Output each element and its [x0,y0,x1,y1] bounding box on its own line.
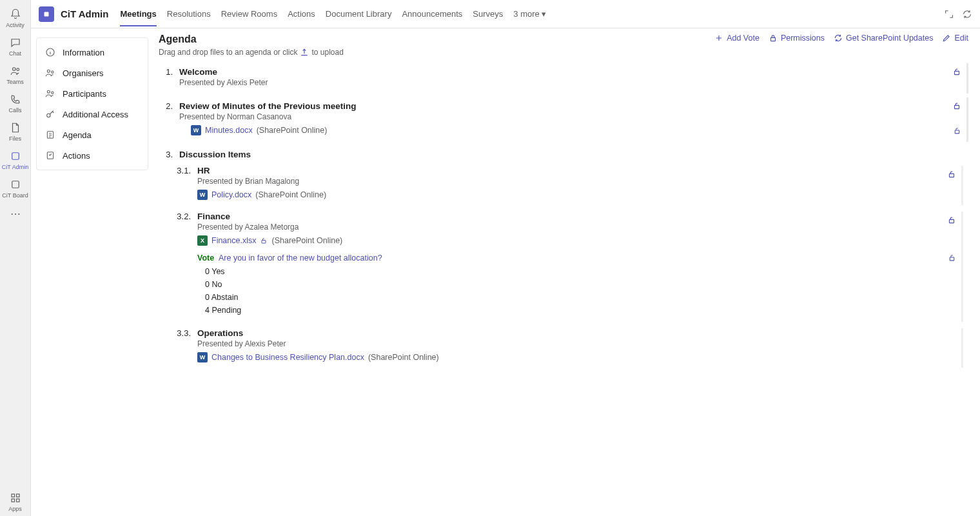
svg-point-13 [52,92,54,94]
tab-meetings[interactable]: Meetings [120,1,156,26]
vote-question[interactable]: Are you in favor of the new budget alloc… [219,253,382,263]
word-icon: W [197,352,208,362]
unlock-icon[interactable] [953,126,961,135]
file-name: Changes to Business Resiliency Plan.docx [211,353,364,362]
phone-icon [9,93,22,106]
rail-label: Activity [6,22,24,28]
tab-surveys[interactable]: Surveys [473,1,503,26]
svg-rect-8 [44,12,49,16]
svg-rect-19 [955,105,959,108]
file-source: (SharePoint Online) [368,353,439,362]
topbar: CiT Admin Meetings Resolutions Review Ro… [31,0,980,28]
rail-cit-board[interactable]: CiT Board [0,174,31,203]
side-label: Participants [63,89,106,99]
item-number: 3.3. [170,328,191,338]
permissions-button[interactable]: Permissions [769,34,825,43]
vote-label: Vote [197,253,214,263]
app-icon [9,150,22,163]
rail-apps[interactable]: Apps [0,488,31,516]
add-vote-button[interactable]: Add Vote [714,34,760,43]
file-icon [9,121,22,134]
item-presenter: Presented by Alexis Peter [179,78,961,87]
unlock-icon[interactable] [948,253,956,262]
rail-chat[interactable]: Chat [0,32,31,61]
word-icon: W [191,125,201,135]
file-source: (SharePoint Online) [255,190,326,199]
rail-activity[interactable]: Activity [0,4,31,32]
item-title: Discussion Items [179,150,251,159]
action-label: Add Vote [727,34,760,43]
file-attachment[interactable]: X Finance.xlsx (SharePoint Online) [197,235,956,246]
rail-files[interactable]: Files [0,117,31,146]
tab-document-library[interactable]: Document Library [326,1,392,26]
side-additional-access[interactable]: Additional Access [37,104,148,124]
unlock-icon[interactable] [947,215,956,224]
rail-cit-admin[interactable]: CiT Admin [0,146,31,174]
tab-review-rooms[interactable]: Review Rooms [221,1,277,26]
rail-more[interactable]: ⋯ [10,203,21,225]
side-label: Organisers [63,68,104,78]
unlock-icon[interactable] [952,67,961,76]
svg-rect-18 [955,71,959,74]
edit-button[interactable]: Edit [942,34,968,43]
tab-announcements[interactable]: Announcements [402,1,462,26]
tab-actions[interactable]: Actions [288,1,315,26]
side-label: Additional Access [63,110,128,119]
key-icon [44,109,56,119]
side-label: Agenda [63,130,92,140]
svg-rect-2 [12,153,19,160]
info-icon [44,47,56,57]
more-label: 3 more [513,9,539,19]
tab-more[interactable]: 3 more ▾ [513,1,546,26]
item-presenter: Presented by Azalea Metorga [197,223,956,232]
file-name: Policy.docx [211,190,251,199]
file-name: Finance.xlsx [211,236,256,245]
channel-tabs: Meetings Resolutions Review Rooms Action… [120,1,546,26]
apps-icon [9,491,22,504]
side-organisers[interactable]: Organisers [37,63,148,83]
file-attachment[interactable]: W Policy.docx (SharePoint Online) [197,190,956,200]
svg-point-11 [52,71,54,73]
unlock-icon[interactable] [260,237,268,244]
item-title: Welcome [179,67,217,77]
rail-label: Calls [8,107,21,114]
rail-calls[interactable]: Calls [0,89,31,117]
upload-icon[interactable] [300,48,309,57]
file-name: Minutes.docx [205,126,253,135]
side-participants[interactable]: Participants [37,83,148,104]
svg-point-10 [47,70,50,72]
refresh-icon[interactable] [962,9,972,19]
expand-icon[interactable] [944,9,954,19]
agenda-title: Agenda [159,34,344,45]
vote-count-row: 4 Pending [205,304,956,317]
svg-rect-22 [950,219,954,223]
unlock-icon[interactable] [952,101,961,110]
item-number: 3. [159,150,173,159]
item-presenter: Presented by Norman Casanova [179,112,961,121]
file-attachment[interactable]: W Changes to Business Resiliency Plan.do… [197,352,956,362]
team-avatar [39,6,54,22]
word-icon: W [197,190,208,200]
agenda-item: 3. Discussion Items 3.1. HR Presented by… [159,146,968,374]
svg-rect-24 [950,257,954,261]
vote-block: Vote Are you in favor of the new budget … [197,253,956,317]
people-icon [44,88,56,99]
item-title: HR [197,166,210,175]
file-attachment[interactable]: W Minutes.docx (SharePoint Online) [191,125,961,135]
rail-label: Chat [9,50,21,57]
svg-rect-21 [950,174,954,177]
side-agenda[interactable]: Agenda [37,124,148,145]
side-information[interactable]: Information [37,42,148,63]
agenda-item: 1. Welcome Presented by Alexis Peter [159,63,968,94]
tab-resolutions[interactable]: Resolutions [167,1,211,26]
bell-icon [9,8,22,21]
item-number: 3.1. [170,166,191,175]
unlock-icon[interactable] [947,170,956,179]
rail-teams[interactable]: Teams [0,61,31,89]
side-actions[interactable]: Actions [37,145,148,166]
pencil-icon [942,34,951,43]
get-updates-button[interactable]: Get SharePoint Updates [834,34,934,43]
lock-icon [769,34,778,43]
agenda-area: Agenda Drag and drop files to an agenda … [153,28,980,516]
item-number: 3.2. [170,212,191,221]
